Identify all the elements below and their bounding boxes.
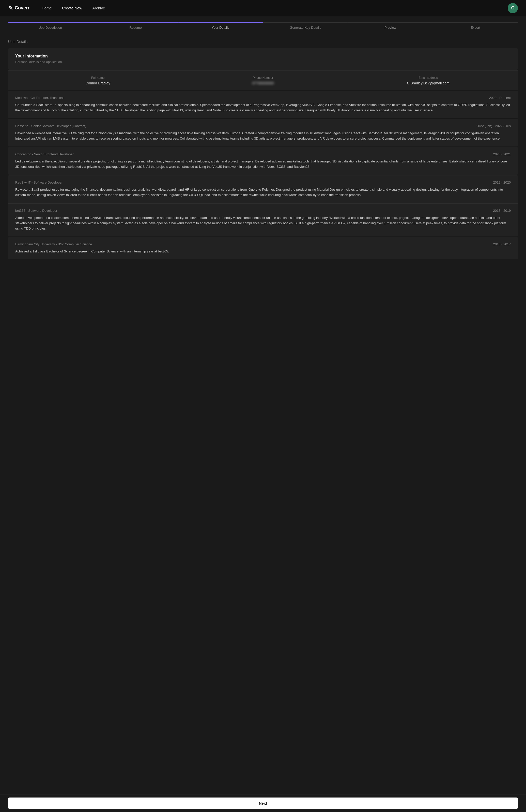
experience-title-3: RedSky IT - Software Developer bbox=[15, 180, 62, 184]
full-name-value: Connor Bradley bbox=[15, 81, 180, 85]
phone-label: Phone Number bbox=[180, 76, 346, 79]
email-field: Email address C.Bradley.Dev@gmail.com bbox=[346, 76, 511, 85]
nav-create-new[interactable]: Create New bbox=[62, 6, 82, 10]
experience-desc-5: Achieved a 1st class Bachelor of Science… bbox=[15, 249, 511, 254]
experience-desc-2: Led development in the execution of seve… bbox=[15, 159, 511, 170]
experience-entry-2: Concentric - Senior Frontend Developer 2… bbox=[8, 147, 518, 175]
email-label: Email address bbox=[346, 76, 511, 79]
nav-home[interactable]: Home bbox=[42, 6, 52, 10]
experience-date-4: 2013 - 2019 bbox=[493, 209, 511, 213]
email-value: C.Bradley.Dev@gmail.com bbox=[346, 81, 511, 85]
main-content: User Details Your Information Personal d… bbox=[0, 32, 526, 280]
experience-title-2: Concentric - Senior Frontend Developer bbox=[15, 152, 74, 156]
logo[interactable]: ✎ Coverr bbox=[8, 5, 29, 12]
experience-date-2: 2020 - 2021 bbox=[493, 152, 511, 156]
full-name-field: Full name Connor Bradley bbox=[15, 76, 180, 85]
tab-export[interactable]: Export bbox=[433, 23, 518, 32]
tab-preview[interactable]: Preview bbox=[348, 23, 433, 32]
user-info-row: Full name Connor Bradley Phone Number 07… bbox=[8, 71, 518, 90]
logo-icon: ✎ bbox=[8, 5, 13, 12]
experience-title-0: Medows - Co-Founder, Technical bbox=[15, 96, 63, 100]
navbar: ✎ Coverr Home Create New Archive C bbox=[0, 0, 526, 16]
progress-tabs: Job Description Resume Your Details Gene… bbox=[8, 23, 518, 32]
experience-desc-4: Aided development of a custom component-… bbox=[15, 215, 511, 231]
logo-text: Coverr bbox=[15, 5, 29, 11]
experience-title-5: Birmingham City University - BSc Compute… bbox=[15, 242, 92, 246]
section-title: User Details bbox=[8, 40, 518, 44]
experience-entry-1: Cassette - Senior Software Developer (Co… bbox=[8, 119, 518, 146]
avatar[interactable]: C bbox=[508, 3, 518, 13]
experience-date-0: 2020 - Present bbox=[489, 96, 511, 100]
nav-links: Home Create New Archive bbox=[42, 6, 508, 10]
experience-date-3: 2019 - 2020 bbox=[493, 180, 511, 184]
experience-header-5: Birmingham City University - BSc Compute… bbox=[15, 242, 511, 246]
experience-entry-0: Medows - Co-Founder, Technical 2020 - Pr… bbox=[8, 91, 518, 118]
experience-title-1: Cassette - Senior Software Developer (Co… bbox=[15, 124, 86, 128]
experience-header-1: Cassette - Senior Software Developer (Co… bbox=[15, 124, 511, 128]
experience-header-4: bet365 - Software Developer 2013 - 2019 bbox=[15, 209, 511, 213]
phone-value: 07700000000 bbox=[180, 81, 346, 85]
experience-entry-5: Birmingham City University - BSc Compute… bbox=[8, 237, 518, 259]
experience-entry-3: RedSky IT - Software Developer 2019 - 20… bbox=[8, 175, 518, 203]
experience-title-4: bet365 - Software Developer bbox=[15, 209, 57, 213]
experience-header-0: Medows - Co-Founder, Technical 2020 - Pr… bbox=[15, 96, 511, 100]
experience-desc-1: Developed a web-based interactive 3D tra… bbox=[15, 130, 511, 141]
experience-date-5: 2013 - 2017 bbox=[493, 242, 511, 246]
experience-date-1: 2022 (Jan) - 2022 (Oct) bbox=[477, 124, 511, 128]
phone-field: Phone Number 07700000000 bbox=[180, 76, 346, 85]
card-subtitle: Personal details and application. bbox=[15, 60, 511, 64]
next-button[interactable]: Next bbox=[8, 798, 518, 809]
card-title: Your Information bbox=[15, 54, 511, 58]
nav-archive[interactable]: Archive bbox=[92, 6, 105, 10]
tab-your-details[interactable]: Your Details bbox=[178, 23, 263, 32]
experience-desc-3: Rewrote a SaaS product used for managing… bbox=[15, 187, 511, 198]
experience-desc-0: Co-founded a SaaS start-up, specialising… bbox=[15, 102, 511, 113]
your-information-card: Your Information Personal details and ap… bbox=[8, 48, 518, 70]
footer-bar: Next bbox=[0, 794, 526, 812]
full-name-label: Full name bbox=[15, 76, 180, 79]
experience-header-3: RedSky IT - Software Developer 2019 - 20… bbox=[15, 180, 511, 184]
tab-resume[interactable]: Resume bbox=[93, 23, 178, 32]
tab-generate-key-details[interactable]: Generate Key Details bbox=[263, 23, 348, 32]
experience-entry-4: bet365 - Software Developer 2013 - 2019 … bbox=[8, 204, 518, 236]
experience-header-2: Concentric - Senior Frontend Developer 2… bbox=[15, 152, 511, 156]
tab-job-description[interactable]: Job Description bbox=[8, 23, 93, 32]
progress-bar-container: Job Description Resume Your Details Gene… bbox=[0, 16, 526, 32]
